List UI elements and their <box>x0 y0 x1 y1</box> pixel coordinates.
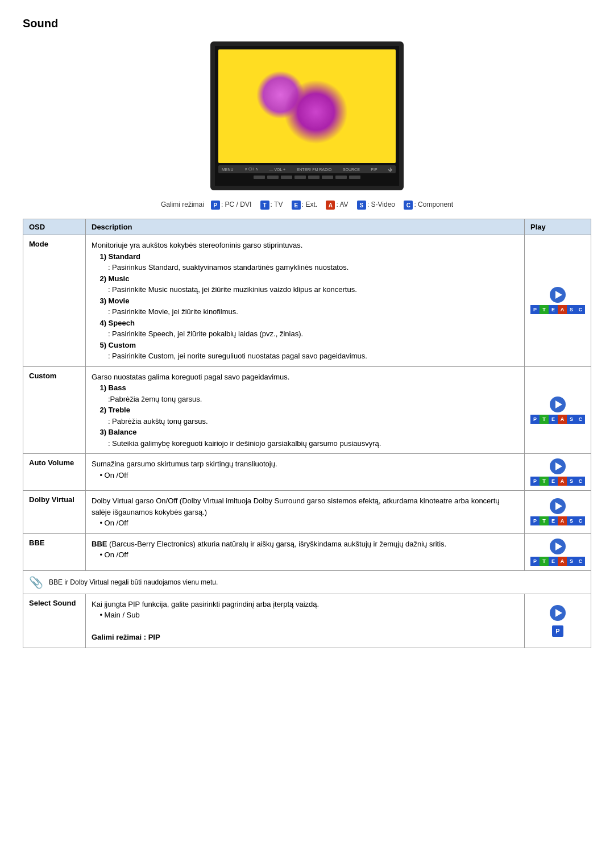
notice-icon: 📎 <box>29 575 43 589</box>
modes-line: Galimi režimai P: PC / DVI T: TV E: Ext.… <box>23 201 591 210</box>
pteasc-mode: P T E A S C <box>530 305 585 314</box>
tv-image-container: MENU ∨ CH ∧ — VOL + ENTER/ FM RADIO SOUR… <box>23 41 591 190</box>
desc-select-sound: Kai įjungta PIP funkcija, galite pasirin… <box>86 594 525 648</box>
badge-p: P <box>211 201 220 210</box>
table-row: Custom Garso nuostatas galima koreguoti … <box>23 366 591 454</box>
play-custom: P T E A S C <box>525 366 591 454</box>
osd-custom: Custom <box>23 366 86 454</box>
play-select-sound: P <box>525 594 591 648</box>
play-mode: P T E A S C <box>525 235 591 367</box>
desc-dolby-virtual: Dolby Virtual garso On/Off (Dolby Virtua… <box>86 491 525 534</box>
pteasc-custom: P T E A S C <box>530 415 585 424</box>
notice-content: 📎 BBE ir Dolby Virtual negali būti naudo… <box>29 575 585 589</box>
play-button-select-sound <box>550 605 566 621</box>
play-button-auto-volume <box>550 458 566 474</box>
p-badge-container: P <box>530 623 585 637</box>
play-bbe: P T E A S C <box>525 533 591 570</box>
notice-cell: 📎 BBE ir Dolby Virtual negali būti naudo… <box>23 570 591 594</box>
play-button-dolby-virtual <box>550 498 566 514</box>
table-row: Auto Volume Sumažina garsumo skirtumus t… <box>23 454 591 491</box>
play-button-bbe <box>550 539 566 554</box>
col-header-play: Play <box>525 219 591 235</box>
tv-screen <box>218 49 396 163</box>
tv-screen-flower <box>218 49 396 163</box>
osd-auto-volume: Auto Volume <box>23 454 86 491</box>
pteasc-bbe: P T E A S C <box>530 557 585 566</box>
play-dolby-virtual: P T E A S C <box>525 491 591 534</box>
col-header-osd: OSD <box>23 219 86 235</box>
badge-s: S <box>357 201 366 210</box>
badge-e: E <box>292 201 301 210</box>
main-table: OSD Description Play Mode Monitoriuje yr… <box>23 219 591 648</box>
pteasc-dolby-virtual: P T E A S C <box>530 516 585 525</box>
tv-speaker-row <box>218 176 396 179</box>
tv-mockup: MENU ∨ CH ∧ — VOL + ENTER/ FM RADIO SOUR… <box>210 41 404 190</box>
table-row: Dolby Virtual Dolby Virtual garso On/Off… <box>23 491 591 534</box>
desc-custom: Garso nuostatas galima koreguoti pagal s… <box>86 366 525 454</box>
badge-t: T <box>260 201 269 210</box>
tv-controls: MENU ∨ CH ∧ — VOL + ENTER/ FM RADIO SOUR… <box>218 165 396 173</box>
play-button-mode <box>550 287 566 303</box>
play-auto-volume: P T E A S C <box>525 454 591 491</box>
p-badge: P <box>552 625 563 637</box>
notice-row: 📎 BBE ir Dolby Virtual negali būti naudo… <box>23 570 591 594</box>
pteasc-auto-volume: P T E A S C <box>530 477 585 486</box>
osd-mode: Mode <box>23 235 86 367</box>
osd-bbe: BBE <box>23 533 86 570</box>
badge-a: A <box>326 201 335 210</box>
desc-auto-volume: Sumažina garsumo skirtumus tarp skirting… <box>86 454 525 491</box>
desc-mode: Monitoriuje yra aukštos kokybės stereofo… <box>86 235 525 367</box>
table-row: BBE BBE (Barcus-Berry Electronics) atkur… <box>23 533 591 570</box>
osd-dolby-virtual: Dolby Virtual <box>23 491 86 534</box>
notice-text: BBE ir Dolby Virtual negali būti naudoja… <box>49 578 218 586</box>
modes-prefix: Galimi režimai <box>161 201 204 208</box>
badge-c: C <box>404 201 413 210</box>
table-row: Select Sound Kai įjungta PIP funkcija, g… <box>23 594 591 648</box>
osd-select-sound: Select Sound <box>23 594 86 648</box>
col-header-description: Description <box>86 219 525 235</box>
play-button-custom <box>550 397 566 412</box>
desc-bbe: BBE (Barcus-Berry Electronics) atkuria n… <box>86 533 525 570</box>
table-row: Mode Monitoriuje yra aukštos kokybės ste… <box>23 235 591 367</box>
page-title: Sound <box>23 17 591 30</box>
